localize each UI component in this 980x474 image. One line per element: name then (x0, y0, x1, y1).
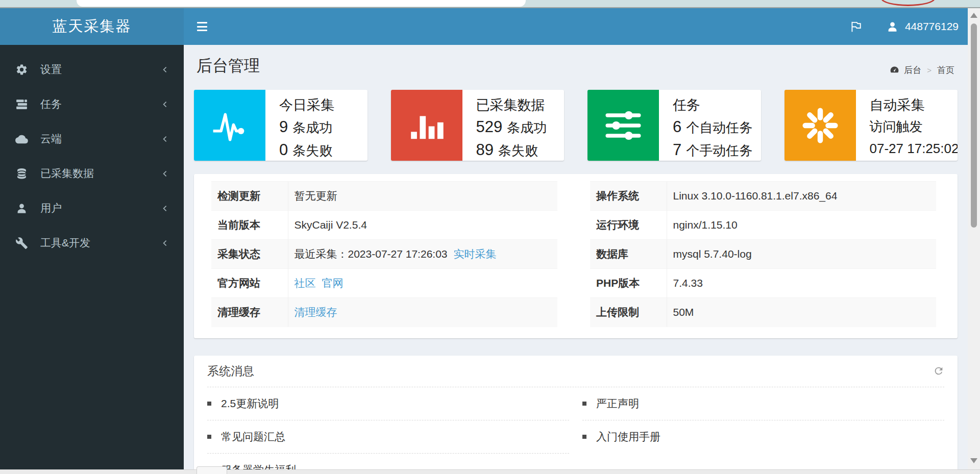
row-value: 暂无更新 (295, 190, 337, 202)
chevron-left-icon (161, 100, 169, 109)
info-box-tasks[interactable]: 任务 6个自动任务 7个手动任务 (587, 90, 761, 161)
scroll-up-arrow-icon[interactable] (968, 8, 980, 23)
navbar-right: 448776129 (849, 8, 959, 45)
row-value: 最近采集：2023-07-27 17:26:03 (295, 248, 448, 260)
auto-task-label: 个自动任务 (686, 120, 752, 135)
row-value: Linux 3.10.0-1160.81.1.el7.x86_64 (673, 190, 838, 202)
info-box-auto-collection[interactable]: 自动采集 访问触发 07-27 17:25:02 (785, 90, 958, 161)
row-label: PHP版本 (590, 269, 667, 298)
sidebar-item-label: 用户 (40, 201, 62, 215)
clear-cache-link[interactable]: 清理缓存 (295, 306, 337, 318)
user-icon (15, 202, 28, 215)
app-root: 蓝天采集器 448776129 设置 任务 (0, 0, 980, 474)
messages-header: 系统消息 (207, 356, 944, 387)
bullet-icon (582, 435, 586, 439)
message-link[interactable]: 常见问题汇总 (207, 420, 569, 454)
message-link[interactable]: 入门使用手册 (582, 420, 944, 454)
trigger-timestamp: 07-27 17:25:02 (870, 141, 958, 156)
wrench-icon (15, 237, 28, 250)
user-id: 448776129 (905, 20, 959, 33)
fail-count: 89 (476, 141, 494, 159)
message-text: 常见问题汇总 (221, 430, 285, 444)
system-info-table-left: 检测更新 暂无更新 当前版本 SkyCaiji V2.5.4 采集状态 最近采集… (211, 181, 557, 327)
chevron-left-icon (161, 239, 169, 247)
row-value: nginx/1.15.10 (673, 219, 738, 231)
message-link[interactable]: 2.5更新说明 (207, 387, 569, 420)
bullet-icon (207, 402, 211, 406)
heartbeat-icon (194, 90, 265, 161)
row-label: 清理缓存 (211, 298, 288, 327)
table-row: 运行环境 nginx/1.15.10 (590, 211, 936, 240)
row-value: SkyCaiji V2.5.4 (295, 219, 367, 231)
top-navbar: 蓝天采集器 448776129 (0, 8, 980, 45)
chevron-left-icon (161, 65, 169, 74)
sidebar-item-collected-data[interactable]: 已采集数据 (0, 156, 184, 191)
table-row: PHP版本 7.4.33 (590, 269, 936, 298)
user-menu[interactable]: 448776129 (886, 20, 959, 33)
sidebar-item-label: 设置 (40, 62, 62, 77)
row-label: 采集状态 (211, 240, 288, 269)
info-box-body: 自动采集 访问触发 07-27 17:25:02 (856, 90, 958, 161)
row-label: 运行环境 (590, 211, 667, 240)
info-box-body: 今日采集 9条成功 0条失败 (265, 90, 336, 161)
messages-column-right: 严正声明 入门使用手册 (582, 387, 944, 474)
message-text: 入门使用手册 (596, 430, 660, 444)
scrollbar-thumb[interactable] (971, 23, 977, 228)
community-link[interactable]: 社区 (295, 277, 316, 289)
database-icon (15, 167, 28, 180)
row-label: 官方网站 (211, 269, 288, 298)
row-label: 检测更新 (211, 182, 288, 211)
info-box-title: 任务 (673, 95, 752, 116)
realtime-collect-link[interactable]: 实时采集 (454, 248, 497, 260)
sidebar-toggle-button[interactable] (197, 21, 209, 32)
table-row: 官方网站 社区官网 (211, 269, 557, 298)
message-link[interactable]: 严正声明 (582, 387, 944, 420)
row-label: 操作系统 (590, 182, 667, 211)
sidebar-item-cloud[interactable]: 云端 (0, 121, 184, 156)
app-logo[interactable]: 蓝天采集器 (0, 8, 184, 45)
system-messages-panel: 系统消息 2.5更新说明 常见问题汇总 服务器学生福利 严正声明 入门使用手册 (194, 356, 958, 474)
sidebar-item-settings[interactable]: 设置 (0, 52, 184, 87)
sidebar-item-users[interactable]: 用户 (0, 191, 184, 226)
info-box-title: 今日采集 (279, 95, 334, 116)
browser-status-bubble (197, 466, 227, 474)
browser-address-bar-remnant (77, 0, 526, 7)
sliders-icon (587, 90, 659, 161)
browser-bottom-strip (0, 469, 980, 474)
table-row: 采集状态 最近采集：2023-07-27 17:26:03实时采集 (211, 240, 557, 269)
sidebar-menu: 设置 任务 云端 已采集数据 用户 (0, 45, 184, 260)
row-label: 数据库 (590, 240, 667, 269)
messages-column-left: 2.5更新说明 常见问题汇总 服务器学生福利 (207, 387, 569, 474)
info-box-body: 任务 6个自动任务 7个手动任务 (659, 90, 754, 161)
user-icon (886, 20, 899, 33)
flag-icon[interactable] (849, 20, 863, 33)
table-row: 操作系统 Linux 3.10.0-1160.81.1.el7.x86_64 (590, 182, 936, 211)
info-box-collected-data[interactable]: 已采集数据 529条成功 89条失败 (391, 90, 565, 161)
trigger-mode-label: 访问触发 (870, 119, 923, 134)
row-value: 50M (673, 306, 694, 318)
info-box-title: 自动采集 (870, 95, 956, 116)
vertical-scrollbar[interactable] (968, 8, 980, 474)
official-site-link[interactable]: 官网 (322, 277, 344, 289)
info-box-row: 今日采集 9条成功 0条失败 已采集数据 529条成功 89条失败 (184, 82, 968, 161)
row-value: mysql 5.7.40-log (673, 248, 752, 260)
success-count: 9 (279, 118, 288, 136)
row-label: 上传限制 (590, 298, 667, 327)
info-box-today-collection[interactable]: 今日采集 9条成功 0条失败 (194, 90, 368, 161)
row-value: 7.4.33 (673, 277, 703, 289)
fail-label: 条失败 (498, 143, 538, 158)
refresh-icon[interactable] (933, 365, 944, 377)
sidebar-item-tools-dev[interactable]: 工具&开发 (0, 226, 184, 260)
manual-task-label: 个手动任务 (686, 143, 752, 158)
success-label: 条成功 (292, 120, 332, 135)
scroll-down-arrow-icon[interactable] (968, 453, 980, 468)
sidebar-item-label: 已采集数据 (40, 166, 94, 181)
table-row: 数据库 mysql 5.7.40-log (590, 240, 936, 269)
sidebar-item-tasks[interactable]: 任务 (0, 87, 184, 121)
breadcrumb-root-link[interactable]: 后台 (904, 64, 921, 76)
spinner-icon (785, 90, 856, 161)
dashboard-gauge-icon (890, 65, 899, 75)
gear-icon (15, 63, 28, 76)
browser-chrome-strip (0, 0, 980, 7)
bullet-icon (582, 402, 586, 406)
